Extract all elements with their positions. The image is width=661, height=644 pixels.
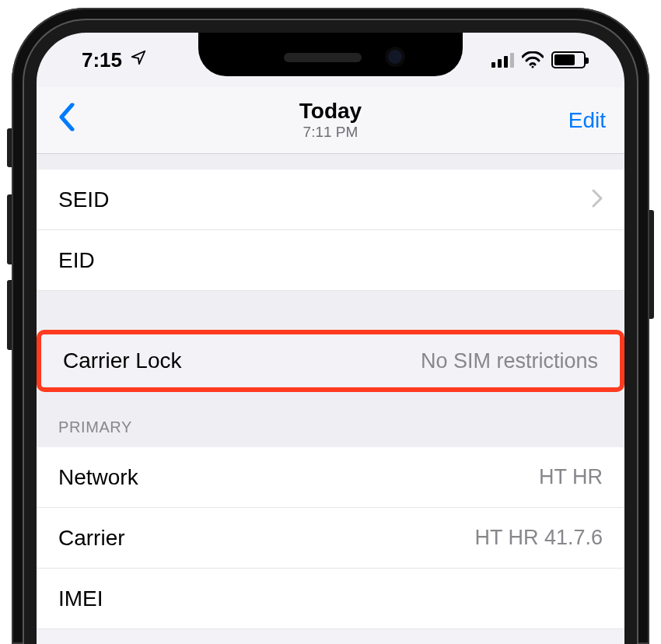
nav-title-text: Today — [299, 100, 362, 124]
row-label: SEID — [58, 187, 109, 212]
screen: 7:15 — [37, 33, 624, 644]
notch — [198, 33, 463, 76]
row-value: No SIM restrictions — [421, 349, 598, 373]
chevron-right-icon — [592, 187, 603, 213]
row-seid[interactable]: SEID — [37, 170, 624, 230]
row-value: HT HR 41.7.6 — [474, 526, 603, 550]
row-network[interactable]: Network HT HR — [37, 447, 624, 508]
row-label: Carrier — [58, 526, 125, 551]
volume-down-button — [7, 280, 12, 350]
row-label: Carrier Lock — [63, 348, 181, 373]
highlight-box: Carrier Lock No SIM restrictions — [37, 330, 624, 392]
group-ids: SEID EID — [37, 170, 624, 291]
row-carrier-lock[interactable]: Carrier Lock No SIM restrictions — [37, 330, 624, 392]
svg-point-0 — [532, 66, 534, 68]
status-right — [491, 51, 593, 68]
section-header-primary: PRIMARY — [37, 392, 624, 447]
status-time: 7:15 — [82, 48, 122, 72]
cellular-icon — [491, 52, 514, 68]
row-label: EID — [58, 248, 95, 273]
battery-icon — [551, 51, 586, 68]
nav-bar: Today 7:11 PM Edit — [37, 87, 624, 154]
location-icon — [130, 49, 147, 71]
spacer — [37, 291, 624, 330]
wifi-icon — [522, 51, 544, 68]
power-button — [649, 210, 654, 319]
spacer — [37, 154, 624, 170]
volume-up-button — [7, 194, 12, 264]
row-label: Network — [58, 465, 138, 490]
edit-button[interactable]: Edit — [568, 108, 606, 133]
nav-subtitle-text: 7:11 PM — [299, 124, 362, 141]
phone-frame: 7:15 — [12, 8, 649, 644]
nav-title: Today 7:11 PM — [299, 100, 362, 142]
row-carrier[interactable]: Carrier HT HR 41.7.6 — [37, 508, 624, 569]
row-eid[interactable]: EID — [37, 230, 624, 291]
row-value: HT HR — [539, 465, 603, 489]
status-left: 7:15 — [68, 48, 147, 72]
group-primary: Network HT HR Carrier HT HR 41.7.6 IMEI — [37, 447, 624, 629]
row-label: IMEI — [58, 586, 103, 611]
silent-switch — [7, 128, 12, 167]
phone-bezel: 7:15 — [23, 19, 638, 644]
back-button[interactable] — [51, 100, 83, 141]
row-imei[interactable]: IMEI — [37, 569, 624, 629]
